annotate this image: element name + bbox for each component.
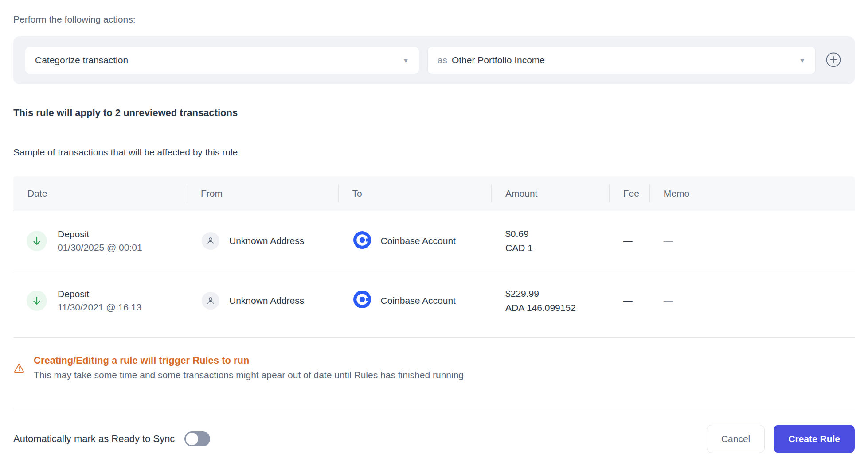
column-header-memo: Memo [649, 176, 855, 211]
column-header-to: To [338, 176, 491, 211]
table-row: Deposit 01/30/2025 @ 00:01 Unknown Addre… [13, 211, 855, 271]
action-type-select[interactable]: Categorize transaction ▼ [25, 47, 419, 74]
coinbase-icon [353, 231, 371, 251]
to-account: Coinbase Account [381, 295, 456, 306]
chevron-down-icon: ▼ [793, 57, 805, 64]
from-account: Unknown Address [229, 295, 304, 306]
coinbase-icon [353, 291, 371, 310]
warning-triangle-icon [13, 362, 25, 376]
unknown-address-icon [202, 232, 219, 250]
transaction-type: Deposit [58, 289, 141, 299]
transaction-datetime: 01/30/2025 @ 00:01 [58, 242, 142, 253]
create-rule-dialog: Perform the following actions: Categoriz… [0, 0, 868, 473]
plus-circle-icon [825, 52, 841, 69]
column-header-date: Date [13, 176, 187, 211]
action-type-value: Categorize transaction [35, 55, 128, 66]
table-header-row: Date From To Amount Fee Memo [13, 176, 855, 211]
fee-value: — [623, 236, 633, 246]
amount-fiat: $229.99 [505, 288, 576, 299]
unknown-address-icon [202, 292, 219, 310]
column-header-amount: Amount [491, 176, 609, 211]
category-select-value: Other Portfolio Income [452, 55, 545, 66]
footer-bar: Automatically mark as Ready to Sync Canc… [13, 409, 855, 469]
create-rule-button[interactable]: Create Rule [774, 425, 855, 453]
sample-transactions-label: Sample of transactions that will be affe… [13, 147, 855, 158]
to-account: Coinbase Account [381, 236, 456, 246]
transaction-datetime: 11/30/2021 @ 16:13 [58, 302, 141, 313]
chevron-down-icon: ▼ [396, 57, 409, 64]
memo-value: — [664, 295, 673, 306]
actions-section-label: Perform the following actions: [13, 0, 855, 25]
column-header-fee: Fee [609, 176, 649, 211]
deposit-arrow-icon [27, 291, 47, 311]
sample-transactions-table: Date From To Amount Fee Memo Deposit 01/… [13, 176, 855, 338]
amount-crypto: CAD 1 [505, 243, 533, 253]
warning-title: Creating/Editing a rule will trigger Rul… [34, 355, 464, 366]
ready-to-sync-label: Automatically mark as Ready to Sync [13, 433, 175, 445]
from-account: Unknown Address [229, 236, 304, 246]
column-header-from: From [187, 176, 338, 211]
rules-run-warning: Creating/Editing a rule will trigger Rul… [13, 355, 855, 380]
category-select-prefix: as [438, 55, 447, 66]
category-select[interactable]: as Other Portfolio Income ▼ [427, 47, 816, 74]
cancel-button[interactable]: Cancel [707, 425, 765, 453]
toggle-knob [186, 433, 198, 445]
transaction-type: Deposit [58, 229, 142, 240]
fee-value: — [623, 295, 633, 306]
warning-description: This may take some time and some transac… [34, 370, 464, 380]
add-action-button[interactable] [824, 50, 843, 70]
table-row: Deposit 11/30/2021 @ 16:13 Unknown Addre… [13, 271, 855, 330]
memo-value: — [664, 236, 673, 246]
amount-crypto: ADA 146.099152 [505, 302, 576, 313]
amount-fiat: $0.69 [505, 229, 533, 239]
action-row-panel: Categorize transaction ▼ as Other Portfo… [13, 36, 855, 84]
rule-summary-text: This rule will apply to 2 unreviewed tra… [13, 107, 855, 119]
deposit-arrow-icon [27, 231, 47, 251]
ready-to-sync-toggle[interactable] [184, 431, 210, 446]
